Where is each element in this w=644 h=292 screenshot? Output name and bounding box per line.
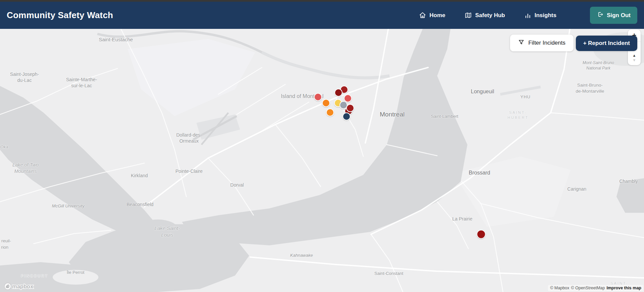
map-label: Beaconsfield xyxy=(127,201,153,207)
incident-marker[interactable] xyxy=(334,89,342,97)
filter-incidents-label: Filter Incidents xyxy=(528,40,565,46)
map-label: nal d'Oka xyxy=(0,144,8,150)
map-label: rion xyxy=(1,244,8,250)
attribution-osm[interactable]: © OpenStreetMap xyxy=(571,286,605,290)
attribution-improve-link[interactable]: Improve this map xyxy=(607,286,642,290)
map-icon xyxy=(465,12,472,19)
map-label: Lake Saint- Louis xyxy=(154,225,180,238)
map-label: Kahnawake xyxy=(290,252,313,258)
nav-item-home[interactable]: Home xyxy=(419,12,445,19)
attribution-mapbox[interactable]: © Mapbox xyxy=(550,286,569,290)
app-title: Community Safety Watch xyxy=(7,10,113,20)
filter-incidents-button[interactable]: Filter Incidents xyxy=(510,35,573,51)
map-label: Saint-Joseph- du-Lac xyxy=(10,71,39,84)
map-label: Saint-Bruno- de-Montarville xyxy=(576,82,604,94)
sign-out-label: Sign Out xyxy=(607,12,631,19)
map-label: Dollard-des- Ormeaux xyxy=(176,132,202,144)
nav-label: Home xyxy=(429,12,445,19)
mapbox-logo-text: mapbox xyxy=(12,283,34,289)
map-label: reuil- xyxy=(1,238,11,244)
nav-label: Safety Hub xyxy=(475,12,505,19)
map-label: Saint-Constant xyxy=(374,271,403,276)
map-label: Saint-Lambert xyxy=(431,113,458,119)
map-canvas[interactable]: Saint-EustacheSaint-Joseph- du-LacSainte… xyxy=(0,29,644,292)
map-label: Montreal xyxy=(380,110,405,118)
main-nav: Home Safety Hub Insights xyxy=(419,7,637,24)
incident-marker[interactable] xyxy=(314,93,322,101)
map-label: YHU xyxy=(520,94,531,100)
map-label: Dorval xyxy=(230,182,244,188)
map-label: Mont-Saint-Bruno National Park xyxy=(583,60,614,71)
home-icon xyxy=(419,12,426,19)
map-label: SAINT- HUBERT xyxy=(507,110,528,120)
incident-marker[interactable] xyxy=(342,112,351,120)
incident-marker[interactable] xyxy=(346,104,354,112)
map-label: Carignan xyxy=(567,186,587,192)
report-incident-button[interactable]: + Report Incident xyxy=(576,36,637,51)
map-label: Pointe-Claire xyxy=(176,168,203,174)
map-label: Saint-Eustache xyxy=(99,36,133,43)
basemap-graphics xyxy=(0,29,644,292)
map-label: Sainte-Marthe- sur-le-Lac xyxy=(66,77,97,89)
map-label: Lake of Two Mountains xyxy=(12,162,39,175)
nav-item-insights[interactable]: Insights xyxy=(524,12,556,19)
map-label: Longueuil xyxy=(471,88,494,95)
step-down-arrow-icon[interactable]: ▼ xyxy=(633,58,636,62)
funnel-icon xyxy=(518,39,524,47)
incident-marker[interactable] xyxy=(477,230,486,239)
mapbox-logo[interactable]: mapbox xyxy=(4,282,35,290)
map-label: McGill University xyxy=(52,203,85,209)
map-label: Brossard xyxy=(469,169,490,176)
nav-label: Insights xyxy=(535,12,556,19)
map-label: Île Perrot xyxy=(67,270,85,275)
step-up-arrow-icon[interactable]: ▲ xyxy=(633,54,636,57)
incident-marker[interactable] xyxy=(322,99,330,107)
report-incident-label: + Report Incident xyxy=(583,40,630,47)
logout-icon xyxy=(597,11,603,19)
map-label: PINCOURT xyxy=(21,274,48,279)
bar-chart-icon xyxy=(524,12,531,19)
map-label: Chambly xyxy=(619,178,638,184)
map-label: La Prairie xyxy=(452,216,472,222)
map-attribution: © Mapbox © OpenStreetMap Improve this ma… xyxy=(548,285,643,291)
incident-marker[interactable] xyxy=(326,108,334,116)
app-header: Community Safety Watch Home Safety Hub xyxy=(0,2,644,29)
nav-item-safety-hub[interactable]: Safety Hub xyxy=(465,12,505,19)
map-label: Kirkland xyxy=(131,173,148,179)
sign-out-button[interactable]: Sign Out xyxy=(590,7,637,24)
incident-marker[interactable] xyxy=(344,94,352,102)
